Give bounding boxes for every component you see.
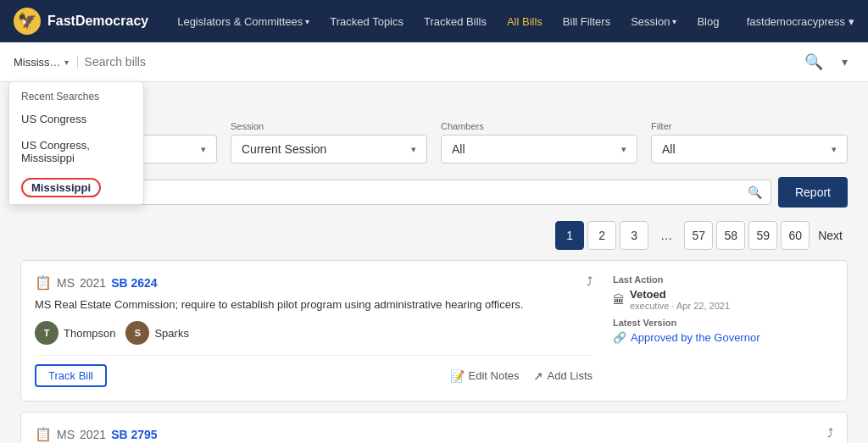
brand-name: FastDemocracy <box>47 14 148 29</box>
chevron-down-icon: ▾ <box>832 144 837 155</box>
vetoed-icon: 🏛 <box>613 293 625 307</box>
bill-card: 📋 MS 2021 SB 2624 ⤴ MS Real Estate Commi… <box>20 260 848 401</box>
filter-filter: Filter All ▾ <box>651 121 848 163</box>
circled-search: Mississippi <box>21 178 101 197</box>
chambers-label: Chambers <box>441 121 637 131</box>
bill-id-row-2: 📋 MS 2021 SB 2795 <box>35 426 158 442</box>
page-59-button[interactable]: 59 <box>748 221 777 250</box>
filter-chambers: Chambers All ▾ <box>441 121 637 163</box>
notes-icon: 📝 <box>450 369 465 383</box>
avatar: T <box>35 321 58 345</box>
session-label: Session <box>231 121 427 131</box>
bill-state: MS <box>57 276 75 290</box>
filters-row: State Mississippi ▾ Session Current Sess… <box>20 121 848 163</box>
chevron-down-icon: ▾ <box>305 17 309 26</box>
bill-id-row: 📋 MS 2021 SB 2624 <box>35 274 158 291</box>
bill-card-2: 📋 MS 2021 SB 2795 ⤴ Last Action <box>20 412 848 443</box>
filter-search-row: 🔍 Report <box>20 177 848 208</box>
page-58-button[interactable]: 58 <box>716 221 745 250</box>
chevron-down-icon: ▾ <box>849 15 854 28</box>
user-menu[interactable]: fastdemocracypress ▾ <box>747 15 854 28</box>
bill-id-link-2[interactable]: SB 2795 <box>111 428 157 441</box>
chambers-select[interactable]: All ▾ <box>441 135 637 163</box>
share-icon[interactable]: ⤴ <box>587 274 593 288</box>
nav-all-bills[interactable]: All Bills <box>498 10 551 33</box>
page-57-button[interactable]: 57 <box>684 221 713 250</box>
chevron-down-icon: ▾ <box>411 144 416 155</box>
document-icon: 📋 <box>35 274 52 291</box>
search-input[interactable] <box>85 55 793 69</box>
bill-year: 2021 <box>80 276 106 290</box>
bill-header-2: 📋 MS 2021 SB 2795 ⤴ <box>35 426 833 442</box>
search-bar: Mississ… ▾ 🔍 ▾ Recent Searches US Congre… <box>0 42 868 82</box>
expand-button[interactable]: ▾ <box>835 53 854 70</box>
nav-tracked-bills[interactable]: Tracked Bills <box>415 10 495 33</box>
link-icon: 🔗 <box>613 331 626 344</box>
page-title: ALL BILLS <box>20 96 848 108</box>
next-button[interactable]: Next <box>813 229 848 242</box>
page-2-button[interactable]: 2 <box>587 221 616 250</box>
bill-left: 📋 MS 2021 SB 2624 ⤴ MS Real Estate Commi… <box>35 274 593 387</box>
caret-icon: ▾ <box>64 58 69 67</box>
add-lists-link[interactable]: ↗ Add Lists <box>533 369 593 383</box>
document-icon: 📋 <box>35 426 52 442</box>
last-action-detail: Vetoed executive · Apr 22, 2021 <box>630 288 730 311</box>
share-icon: ↗ <box>533 369 543 383</box>
filter-label: Filter <box>651 121 848 131</box>
nav-links: Legislators & Committees ▾ Tracked Topic… <box>169 10 747 33</box>
track-bill-button[interactable]: Track Bill <box>35 364 107 387</box>
vetoed-date: executive · Apr 22, 2021 <box>630 301 730 311</box>
filter-session: Session Current Session ▾ <box>231 121 427 163</box>
nav-legislators[interactable]: Legislators & Committees ▾ <box>169 10 318 33</box>
edit-notes-link[interactable]: 📝 Edit Notes <box>450 369 520 383</box>
bill-description: MS Real Estate Commission; require to es… <box>35 297 593 313</box>
bill-actions-right: 📝 Edit Notes ↗ Add Lists <box>450 369 593 383</box>
bill-card-inner: 📋 MS 2021 SB 2624 ⤴ MS Real Estate Commi… <box>35 274 833 387</box>
nav-bill-filters[interactable]: Bill Filters <box>554 10 619 33</box>
search-dropdown: Recent Searches US Congress US Congress,… <box>8 81 144 205</box>
search-icon[interactable]: 🔍 <box>748 186 762 199</box>
chevron-down-icon: ▾ <box>621 144 626 155</box>
sponsor-thompson: T Thompson <box>35 321 115 345</box>
filter-select[interactable]: All ▾ <box>651 135 848 163</box>
last-action-row: 🏛 Vetoed executive · Apr 22, 2021 <box>613 288 833 311</box>
nav-session[interactable]: Session ▾ <box>622 10 685 33</box>
chevron-down-icon: ▾ <box>672 17 676 26</box>
nav-blog[interactable]: Blog <box>688 10 727 33</box>
avatar: S <box>125 321 149 345</box>
bill-header: 📋 MS 2021 SB 2624 ⤴ <box>35 274 593 291</box>
state-label: Mississ… <box>14 56 61 69</box>
bill-state-2: MS <box>57 428 75 441</box>
bill-footer: Track Bill 📝 Edit Notes ↗ Add Lists <box>35 355 593 387</box>
latest-version-title: Latest Version <box>613 318 833 328</box>
navbar: 🦅 FastDemocracy Legislators & Committees… <box>0 0 868 42</box>
recent-search-item[interactable]: US Congress <box>9 106 143 132</box>
page-1-button[interactable]: 1 <box>555 221 584 250</box>
share-icon-2[interactable]: ⤴ <box>827 426 833 440</box>
bill-sponsors: T Thompson S Sparks <box>35 321 593 345</box>
state-selector[interactable]: Mississ… ▾ <box>14 56 78 69</box>
page-60-button[interactable]: 60 <box>781 221 810 250</box>
nav-tracked-topics[interactable]: Tracked Topics <box>321 10 412 33</box>
chevron-down-icon: ▾ <box>201 144 206 155</box>
recent-search-item-mississippi[interactable]: Mississippi <box>9 171 143 204</box>
search-input-wrap <box>85 55 793 69</box>
page-3-button[interactable]: 3 <box>620 221 648 250</box>
report-button[interactable]: Report <box>778 177 848 208</box>
sponsor-sparks: S Sparks <box>125 321 188 345</box>
search-button[interactable]: 🔍 <box>799 51 828 73</box>
pagination: 1 2 3 … 57 58 59 60 Next <box>20 221 848 250</box>
bill-right: Last Action 🏛 Vetoed executive · Apr 22,… <box>613 274 833 387</box>
recent-searches-title: Recent Searches <box>9 82 143 106</box>
ellipsis: … <box>652 221 681 250</box>
bill-id-link[interactable]: SB 2624 <box>111 276 157 290</box>
bill-year-2: 2021 <box>80 428 106 441</box>
approved-link[interactable]: 🔗 Approved by the Governor <box>613 331 833 344</box>
sponsor-name: Sparks <box>154 327 188 340</box>
brand[interactable]: 🦅 FastDemocracy <box>14 8 148 35</box>
session-select[interactable]: Current Session ▾ <box>231 135 427 163</box>
last-action-title: Last Action <box>613 274 833 285</box>
brand-logo: 🦅 <box>14 8 41 35</box>
sponsor-name: Thompson <box>64 327 115 340</box>
recent-search-item[interactable]: US Congress, Mississippi <box>9 132 143 171</box>
